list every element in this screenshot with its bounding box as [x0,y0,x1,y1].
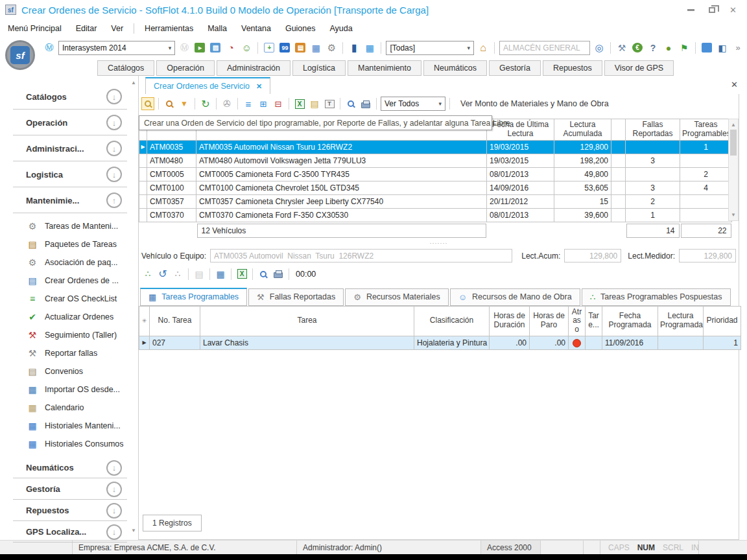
sidebar-group-gestoria[interactable]: Gestoría ↓ [0,478,130,500]
assign-wand-icon[interactable]: ∴ [141,268,154,281]
vehicle-row[interactable]: ATM0480 ATM0480 Automovil Volkswagen Jet… [139,154,732,167]
menu-item-guiones[interactable]: Guiones [285,24,316,33]
col-fecha-programada[interactable]: Fecha Programada [602,306,658,336]
steps-icon[interactable]: ∴ [171,268,184,281]
close-window-icon[interactable]: ✕ [729,6,737,14]
tab-neumaticos[interactable]: Neumáticos [423,60,487,76]
tab-recursos-mano-obra[interactable]: ☺ Recursos de Mano de Obra [450,288,580,306]
col-prioridad[interactable]: Prioridad [704,306,741,336]
more-buttons-icon[interactable]: » [731,41,744,54]
restore-icon[interactable] [709,7,715,13]
gear-icon[interactable]: ⚙ [325,41,338,54]
globe-icon[interactable]: ◎ [593,41,606,54]
col-tareas-programables[interactable]: Tareas Programables [680,119,732,141]
tab-tareas-programables[interactable]: ▦ Tareas Programables [140,288,247,306]
company-select[interactable]: Interasystem 2014 ▾ [58,41,175,55]
note-icon[interactable]: ▤ [308,97,321,110]
image-icon[interactable]: ▨ [209,41,222,54]
col-tarea-truncada[interactable]: Tare... [586,306,602,336]
tab-logistica[interactable]: Logística [292,60,346,76]
form-icon[interactable]: ▦ [309,41,322,54]
tab-repuestos[interactable]: Repuestos [543,60,602,76]
vehicle-row[interactable]: CMT0005 CMT0005 Camioneta Ford C-3500 TY… [139,167,732,181]
tab-operacion[interactable]: Operación [156,60,215,76]
coins-icon[interactable]: € [631,41,644,54]
minimize-icon[interactable] [687,9,694,11]
col-lectura-acumulada[interactable]: Lectura Acumulada [554,119,611,141]
sidebar-group-catalogos[interactable]: Catálogos ↓ [0,84,130,110]
sidebar-item-historiales-consumos[interactable]: ▦ Historiales Consumos [0,435,130,453]
export-vehicle-icon[interactable]: ▸ [193,41,206,54]
sidebar-item-crear-os-checklist[interactable]: ≡ Crear OS CheckList [0,290,130,308]
ver-monto-label[interactable]: Ver Monto de Materiales y Mano de Obra [460,99,609,108]
excel-export-icon[interactable]: X [235,268,248,281]
sidebar-group-repuestos[interactable]: Repuestos ↓ [0,500,130,521]
menu-item-ayuda[interactable]: Ayuda [329,24,352,33]
sidebar-group-logistica[interactable]: Logistica ↓ [0,161,130,187]
sidebar-item-asociacion-paquetes[interactable]: ⚙ Asociación de paq... [0,253,130,272]
col-fallas-reportadas[interactable]: Fallas Reportadas [626,119,680,141]
panel-splitter[interactable]: ······· [139,239,739,248]
col-tarea[interactable]: Tarea [200,306,414,336]
create-order-wand-icon[interactable] [141,97,154,110]
exit-icon[interactable]: ◧ [716,41,729,54]
tab-fallas-reportadas[interactable]: ⚒ Fallas Reportadas [248,288,344,306]
book-icon[interactable]: ▮ [348,41,361,54]
tab-tareas-pospuestas[interactable]: ∴ Tareas Programables Pospuestas [582,288,731,306]
view-filter-select[interactable]: Ver Todos ▾ [381,97,445,111]
col-atraso[interactable]: Atraso [569,306,586,336]
new-document-icon[interactable]: + [263,41,276,54]
home-icon[interactable]: ⌂ [477,41,490,54]
tab-crear-ordenes-servicio[interactable]: Crear Ordenes de Servicio ✕ [145,77,270,94]
vehicle-row[interactable]: ▶ ATM0035 ATM0035 Automovil Nissan Tsuru… [139,140,732,154]
sidebar-group-gps-localizacion[interactable]: GPS Localiza... ↓ [0,521,130,542]
expand-all-icon[interactable]: ⊞ [257,97,270,110]
menu-item-editar[interactable]: Editar [76,24,97,33]
scrollbar-thumb[interactable] [730,130,737,156]
menu-item-ventana[interactable]: Ventana [241,24,271,33]
print-preview-icon[interactable] [344,97,357,110]
tab-mantenimiento[interactable]: Mantenimiento [348,60,421,76]
scroll-down-icon[interactable]: ▼ [131,528,136,533]
attach-icon[interactable]: ✇ [220,97,233,110]
chat-icon[interactable] [700,41,713,54]
scroll-up-icon[interactable]: ▲ [131,80,136,86]
sidebar-item-crear-ordenes[interactable]: ▤ Crear Ordenes de ... [0,272,130,290]
windows-copy-icon[interactable]: ▦ [363,41,376,54]
tab-visor-gps[interactable]: Visor de GPS [604,60,674,76]
col-clasificacion[interactable]: Clasificación [414,306,490,336]
menu-item-malla[interactable]: Malla [208,24,227,33]
sidebar-item-importar-os[interactable]: ▦ Importar OS desde... [0,380,130,399]
txt-export-icon[interactable]: T [323,97,336,110]
sidebar-item-actualizar-ordenes[interactable]: ✔ Actualizar Ordenes [0,308,130,326]
print-preview-icon[interactable] [257,268,270,281]
menu-item-ver[interactable]: Ver [111,24,123,33]
content-scrollbar[interactable]: ▲ ▼ [130,76,139,540]
badge-99-icon[interactable]: 99 [278,41,291,54]
col-no-tarea[interactable]: No. Tarea [150,306,200,336]
sidebar-item-seguimiento-taller[interactable]: ⚒ Seguimiento (Taller) [0,326,130,344]
collapse-all-icon[interactable]: ⊟ [272,97,285,110]
vehicle-row[interactable]: CMT0100 CMT0100 Camioneta Chevrolet 150L… [139,181,732,194]
sidebar-item-convenios[interactable]: ▤ Convenios [0,362,130,380]
excel-export-icon[interactable]: X [293,97,306,110]
search-document-icon[interactable] [163,97,176,110]
filter-icon[interactable]: ▼ [178,97,191,110]
all-filter-select[interactable]: [Todas] ▾ [386,41,474,55]
refresh-icon[interactable]: ↻ [199,97,212,110]
close-tab-icon[interactable]: ✕ [256,82,262,91]
flag-icon[interactable]: ⚑ [678,41,691,54]
tab-administracion[interactable]: Administración [217,60,290,76]
m-badge-icon[interactable]: Ⓜ [43,41,56,54]
sidebar-item-calendario[interactable]: ▦ Calendario [0,399,130,417]
task-row[interactable]: ▶ 027 Lavar Chasis Hojalateria y Pintura… [139,336,741,349]
calendar-clock-icon[interactable]: ▦ [214,268,227,281]
tree-view-icon[interactable]: ≡ [242,97,255,110]
print-icon[interactable] [272,268,285,281]
users-icon[interactable]: ☺ [240,41,253,54]
sidebar-item-historiales-mantenimiento[interactable]: ▦ Historiales Manteni... [0,417,130,435]
vehicle-row[interactable]: CMT0370 CMT0370 Camioneta Ford F-350 CX3… [139,208,732,222]
vehicles-scrollbar[interactable]: ▲ ▼ [728,119,739,221]
options-tools-icon[interactable]: ⚒ [615,41,628,54]
sidebar-group-administracion[interactable]: Administraci... ↓ [0,135,130,161]
